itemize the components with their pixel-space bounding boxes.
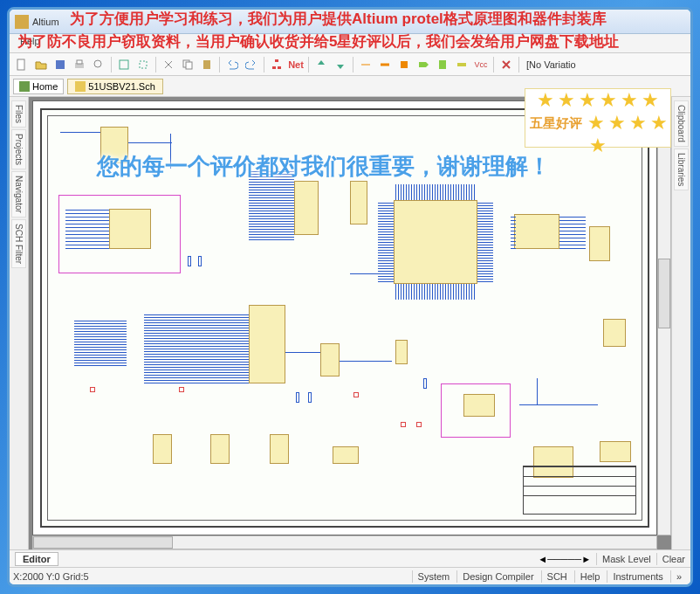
separator xyxy=(518,57,519,73)
document-tab[interactable]: 51USBV21.Sch xyxy=(67,79,162,94)
app-title: Altium xyxy=(32,17,59,27)
tab-navigator[interactable]: Navigator xyxy=(11,171,26,218)
ic-main xyxy=(394,200,477,284)
home-label: Home xyxy=(32,81,58,92)
ic-component xyxy=(333,446,359,464)
variation-combo[interactable]: [No Variatio xyxy=(523,59,580,70)
place-netlabel-icon[interactable] xyxy=(453,56,470,73)
panel-more-icon[interactable]: » xyxy=(670,570,687,583)
down-icon[interactable] xyxy=(332,56,349,73)
wire xyxy=(519,404,598,405)
svg-rect-15 xyxy=(457,63,466,66)
slider-icon[interactable]: ◄─────► xyxy=(532,554,596,564)
horizontal-scrollbar[interactable] xyxy=(32,535,657,549)
separator xyxy=(353,57,353,73)
redo-icon[interactable] xyxy=(243,56,260,73)
overlay-text-blue: 您的每一个评价都对我们很重要，谢谢理解！ xyxy=(97,151,551,182)
clear-button[interactable]: Clear xyxy=(656,553,690,565)
tab-projects[interactable]: Projects xyxy=(11,129,26,169)
panel-help[interactable]: Help xyxy=(574,570,606,583)
home-icon xyxy=(19,81,30,92)
undo-icon[interactable] xyxy=(223,56,241,73)
tab-files[interactable]: Files xyxy=(11,100,26,128)
panel-design-compiler[interactable]: Design Compiler xyxy=(456,570,539,583)
tab-editor[interactable]: Editor xyxy=(15,552,58,566)
panel-instruments[interactable]: Instruments xyxy=(607,570,668,583)
app-icon xyxy=(15,15,29,29)
print-icon[interactable] xyxy=(71,56,88,73)
ic-component xyxy=(463,394,495,417)
hierarchy-icon[interactable] xyxy=(268,56,285,73)
vertical-scrollbar[interactable] xyxy=(657,100,671,535)
svg-rect-8 xyxy=(186,62,192,69)
tab-libraries[interactable]: Libraries xyxy=(674,148,689,190)
ic-component xyxy=(210,434,230,464)
ic-component xyxy=(514,214,559,249)
star-icon: ★ xyxy=(642,89,659,112)
resistor xyxy=(198,256,202,266)
pin-cluster xyxy=(378,202,394,282)
cross-icon[interactable] xyxy=(498,56,515,73)
capacitor xyxy=(353,392,359,397)
copy-icon[interactable] xyxy=(179,56,196,73)
new-icon[interactable] xyxy=(13,56,31,73)
app-window: Altium Help Net Vcc xyxy=(7,7,693,587)
wire xyxy=(350,273,394,274)
svg-rect-5 xyxy=(120,60,128,69)
pin-cluster xyxy=(477,202,493,282)
pin-cluster xyxy=(65,209,109,249)
tab-clipboard[interactable]: Clipboard xyxy=(674,100,689,147)
scroll-thumb[interactable] xyxy=(33,536,173,549)
title-block xyxy=(523,466,636,515)
up-icon[interactable] xyxy=(312,56,330,73)
capacitor xyxy=(179,387,184,392)
zoom-area-icon[interactable] xyxy=(134,56,152,73)
place-port-icon[interactable] xyxy=(415,56,432,73)
separator xyxy=(155,57,156,73)
paste-icon[interactable] xyxy=(198,56,216,73)
capacitor xyxy=(416,422,422,427)
ic-component xyxy=(320,343,340,376)
open-icon[interactable] xyxy=(32,56,50,73)
panel-sch[interactable]: SCH xyxy=(541,570,573,583)
svg-rect-6 xyxy=(140,61,147,68)
pin-cluster xyxy=(395,284,476,300)
svg-rect-14 xyxy=(439,60,446,69)
preview-icon[interactable] xyxy=(90,56,107,73)
overlay-text-1: 为了方便用户学习和练习，我们为用户提供Altium protel格式原理图和器件… xyxy=(70,9,691,29)
zoom-fit-icon[interactable] xyxy=(115,56,133,73)
star-icon: ★ xyxy=(589,135,607,157)
status-coordinates: X:2000 Y:0 Grid:5 xyxy=(13,571,89,582)
editor-tab-bar: Editor ◄─────► Mask Level Clear xyxy=(10,549,690,567)
capacitor xyxy=(401,422,406,427)
place-part-icon[interactable] xyxy=(395,56,413,73)
place-bus-icon[interactable] xyxy=(376,56,394,73)
star-icon: ★ xyxy=(629,112,647,135)
scroll-thumb[interactable] xyxy=(658,259,670,328)
place-sheet-icon[interactable] xyxy=(434,56,451,73)
wire xyxy=(128,142,172,143)
panel-system[interactable]: System xyxy=(412,570,456,583)
overlay-text-2: 为了防不良用户窃取资料，当用户确认收货并给5星好评以后，我们会发给用户网盘下载地… xyxy=(17,31,691,52)
svg-rect-3 xyxy=(77,60,82,64)
ic-component xyxy=(589,226,610,261)
separator xyxy=(219,57,220,73)
place-wire-icon[interactable] xyxy=(357,56,374,73)
place-power-icon[interactable]: Vcc xyxy=(472,56,490,73)
save-icon[interactable] xyxy=(51,56,69,73)
star-icon: ★ xyxy=(587,112,605,135)
star-icon: ★ xyxy=(608,112,626,135)
wire xyxy=(340,361,392,362)
cut-icon[interactable] xyxy=(160,56,177,73)
separator xyxy=(111,57,112,73)
tab-sch-filter[interactable]: SCH Filter xyxy=(11,219,26,268)
ic-component xyxy=(603,319,626,347)
separator xyxy=(308,57,309,73)
schematic-icon xyxy=(75,81,86,92)
star-icon: ★ xyxy=(537,89,554,112)
mask-level-button[interactable]: Mask Level xyxy=(596,553,656,565)
net-icon[interactable]: Net xyxy=(287,56,305,73)
separator xyxy=(264,57,264,73)
ic-component xyxy=(109,209,151,249)
home-button[interactable]: Home xyxy=(13,79,64,94)
